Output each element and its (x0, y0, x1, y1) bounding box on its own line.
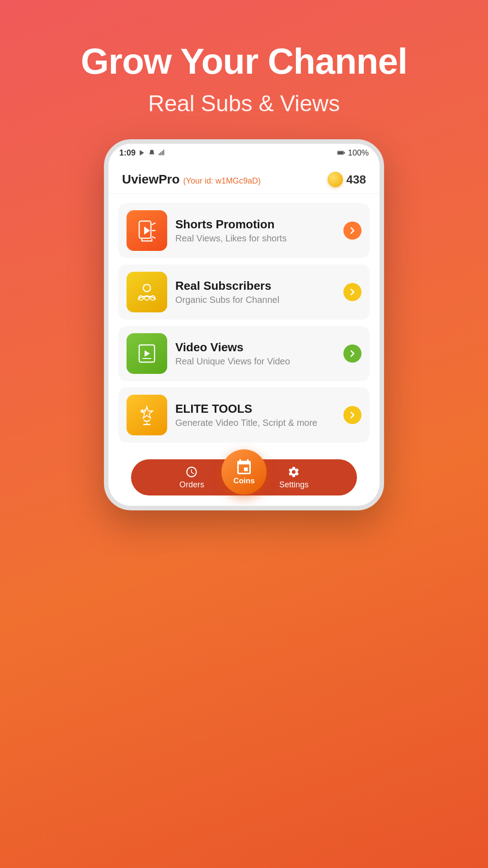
bottom-nav: Orders Coins Settings (108, 456, 380, 506)
menu-item-elite[interactable]: AI ELITE TOOLS Generate Video Title, Scr… (118, 387, 370, 443)
svg-line-12 (152, 236, 155, 238)
shorts-arrow[interactable] (343, 222, 361, 240)
elite-title: ELITE TOOLS (175, 402, 335, 416)
app-brand: UviewPro (Your id: w1MGc9aD) (122, 172, 261, 187)
svg-rect-1 (159, 153, 160, 155)
elite-icon-wrap: AI (127, 395, 167, 435)
nav-coins-label: Coins (233, 476, 254, 486)
menu-item-subscribers[interactable]: Real Subscribers Organic Subs for Channe… (118, 264, 370, 320)
elite-desc: Generate Video Title, Script & more (175, 418, 335, 428)
svg-rect-2 (160, 152, 161, 156)
subscribers-desc: Organic Subs for Channel (175, 295, 335, 305)
status-battery: 100% (337, 148, 369, 158)
views-arrow[interactable] (343, 344, 361, 363)
app-user-id: (Your id: w1MGc9aD) (183, 176, 261, 186)
elite-text: ELITE TOOLS Generate Video Title, Script… (175, 402, 335, 428)
subscribers-text: Real Subscribers Organic Subs for Channe… (175, 279, 335, 305)
nav-pill: Orders Coins Settings (131, 459, 357, 495)
views-title: Video Views (175, 340, 335, 354)
coin-area: 438 (328, 172, 366, 187)
phone-mockup: 1:09 100% UviewPro (Your id: w1MGc9aD) 4… (104, 139, 384, 510)
subscribers-title: Real Subscribers (175, 279, 335, 293)
svg-marker-19 (145, 350, 150, 357)
nav-orders[interactable]: Orders (179, 466, 204, 490)
nav-orders-label: Orders (179, 480, 204, 490)
views-desc: Real Unique Views for Video (175, 356, 335, 367)
svg-rect-7 (344, 152, 345, 154)
svg-marker-9 (144, 226, 150, 235)
svg-marker-0 (140, 150, 144, 156)
shorts-title: Shorts Promotion (175, 217, 335, 231)
svg-line-10 (152, 223, 155, 225)
nav-settings[interactable]: Settings (279, 466, 309, 490)
svg-rect-3 (162, 151, 163, 155)
svg-rect-6 (338, 151, 343, 154)
nav-coins[interactable]: Coins (221, 449, 267, 495)
coin-count: 438 (347, 173, 366, 187)
nav-settings-label: Settings (279, 480, 309, 490)
status-bar: 1:09 100% (108, 144, 380, 162)
views-icon-wrap (127, 333, 167, 374)
elite-arrow[interactable] (343, 406, 361, 424)
coin-icon (328, 172, 343, 187)
svg-text:AI: AI (141, 408, 145, 414)
menu-item-shorts[interactable]: Shorts Promotion Real Views, Likes for s… (118, 203, 370, 258)
subscribers-arrow[interactable] (343, 283, 361, 301)
views-text: Video Views Real Unique Views for Video (175, 340, 335, 367)
status-time: 1:09 (119, 148, 165, 158)
subscribers-icon-wrap (127, 272, 167, 312)
svg-rect-4 (163, 150, 164, 155)
shorts-icon-wrap (127, 210, 167, 251)
hero-title: Grow Your Channel (81, 41, 407, 82)
menu-list: Shorts Promotion Real Views, Likes for s… (108, 194, 380, 452)
svg-point-13 (143, 284, 150, 292)
app-header: UviewPro (Your id: w1MGc9aD) 438 (108, 162, 380, 194)
menu-item-views[interactable]: Video Views Real Unique Views for Video (118, 326, 370, 381)
hero-subtitle: Real Subs & Views (148, 90, 340, 117)
app-name: UviewPro (122, 172, 180, 187)
shorts-desc: Real Views, Likes for shorts (175, 233, 335, 244)
shorts-text: Shorts Promotion Real Views, Likes for s… (175, 217, 335, 244)
